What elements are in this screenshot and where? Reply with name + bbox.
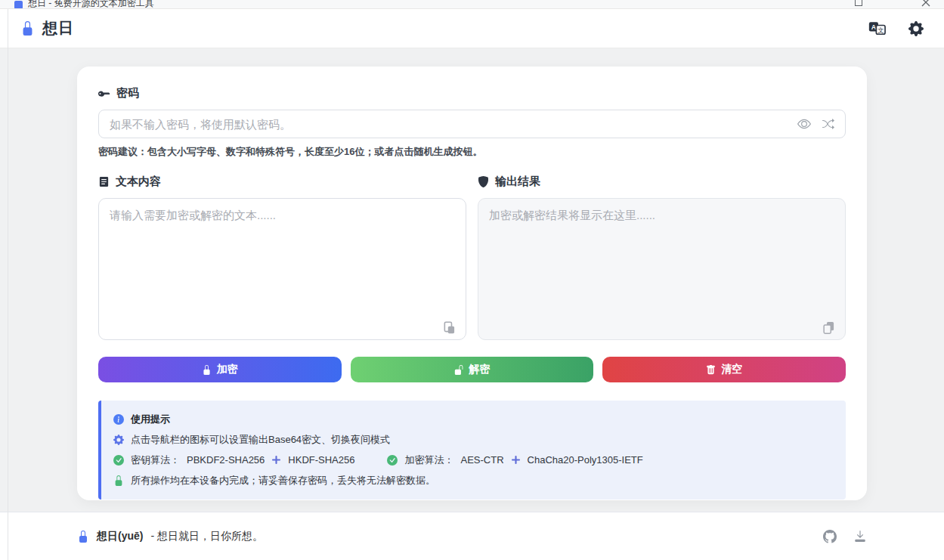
tip-algorithms-line: 密钥算法： PBKDF2-SHA256 HKDF-SHA256 加密算法： AE… [113,450,834,470]
tip-settings-line: 点击导航栏的图标可以设置输出Base64密文、切换夜间模式 [113,429,834,450]
clear-button[interactable]: 清空 [602,357,846,382]
footer-tagline: - 想日就日，日你所想。 [150,530,263,543]
encrypt-button-label: 加密 [217,363,238,376]
download-icon[interactable] [853,530,867,543]
usage-tips-box: 使用提示 点击导航栏的图标可以设置输出Base64密文、切换夜间模式 密钥算法：… [98,401,846,500]
shuffle-icon[interactable] [822,118,834,130]
input-textarea[interactable] [98,198,466,340]
password-field-icons [797,110,834,138]
translate-az-icon [868,21,886,36]
password-section-header: 密码 [98,86,846,101]
tip-settings-text: 点击导航栏的图标可以设置输出Base64密文、切换夜间模式 [131,433,390,447]
tips-title: 使用提示 [131,413,170,426]
action-buttons: 加密 解密 清空 [98,357,846,382]
header-actions [868,21,924,36]
browser-titlebar: 想日 - 免费开源的文本加密工具 [0,0,944,9]
password-input[interactable] [98,110,846,138]
footer-links [823,530,867,543]
key-algo-second: HKDF-SHA256 [288,454,354,466]
app-lock-icon [20,21,35,36]
tip-security-line: 所有操作均在本设备内完成；请妥善保存密码，丢失将无法解密数据。 [113,470,834,490]
lock-open-icon [454,365,464,375]
encryption-card: 密码 密码建议：包含大小写字母、数字和特殊符号，长度至少16位；或者点击随机生成… [77,67,867,500]
eye-icon[interactable] [797,117,811,131]
page-title: 想日 [42,18,74,39]
app-header: 想日 [0,9,944,48]
plus-icon [271,455,281,465]
check-circle-icon [113,455,124,466]
key-algo-label: 密钥算法： [131,453,180,467]
decrypt-button[interactable]: 解密 [351,357,594,382]
check-circle-icon [387,455,398,466]
cipher-algo-first: AES-CTR [460,454,503,466]
output-panel: 输出结果 [478,175,846,343]
output-label: 输出结果 [495,175,540,189]
tab-title: 想日 - 免费开源的文本加密工具 [28,0,154,9]
tab-favicon-icon [14,1,23,9]
app-footer: 想日(yuē) - 想日就日，日你所想。 [0,512,944,560]
tip-security-text: 所有操作均在本设备内完成；请妥善保存密码，丢失将无法解密数据。 [131,474,435,487]
window-edge-line [8,9,8,560]
window-maximize-button[interactable] [855,0,862,6]
gear-small-icon [113,435,124,445]
lock-closed-icon [202,365,212,375]
gear-icon [908,21,924,36]
lock-green-icon [113,475,124,486]
password-field-wrap [98,110,846,138]
decrypt-button-label: 解密 [469,363,491,376]
cipher-algo-second: ChaCha20-Poly1305-IETF [528,454,643,466]
key-algo-first: PBKDF2-SHA256 [187,454,265,466]
settings-button[interactable] [908,21,924,36]
input-label: 文本内容 [116,175,161,189]
cipher-algo-group: 加密算法： AES-CTR ChaCha20-Poly1305-IETF [387,453,642,467]
encrypt-button[interactable]: 加密 [98,357,342,382]
document-icon [98,176,110,187]
output-textarea[interactable] [478,198,846,340]
window-close-button[interactable] [921,0,930,7]
password-hint: 密码建议：包含大小写字母、数字和特殊符号，长度至少16位；或者点击随机生成按钮。 [98,145,846,159]
paste-icon[interactable] [443,321,456,334]
github-icon[interactable] [823,530,837,543]
brand: 想日 [20,18,74,39]
output-textarea-wrap [478,198,846,343]
main-area: 密码 密码建议：包含大小写字母、数字和特殊符号，长度至少16位；或者点击随机生成… [0,48,944,512]
input-textarea-wrap [98,198,466,343]
output-section-header: 输出结果 [478,175,846,189]
footer-brand: 想日(yuē) [97,530,143,543]
copy-icon[interactable] [822,321,835,334]
password-label: 密码 [116,86,139,101]
info-circle-icon [113,414,124,425]
key-icon [98,88,110,100]
footer-lock-icon [77,531,89,543]
input-panel: 文本内容 [98,175,466,343]
text-panels: 文本内容 输出结果 [98,175,846,343]
input-section-header: 文本内容 [98,175,466,189]
key-algo-group: 密钥算法： PBKDF2-SHA256 HKDF-SHA256 [113,453,354,467]
base64-toggle-button[interactable] [868,21,886,36]
tip-title-line: 使用提示 [113,409,834,429]
shield-icon [478,176,489,187]
footer-content: 想日(yuē) - 想日就日，日你所想。 [77,530,867,543]
plus-icon [511,455,521,465]
cipher-algo-label: 加密算法： [404,453,453,467]
clear-button-label: 清空 [721,363,742,376]
trash-icon [706,365,716,375]
